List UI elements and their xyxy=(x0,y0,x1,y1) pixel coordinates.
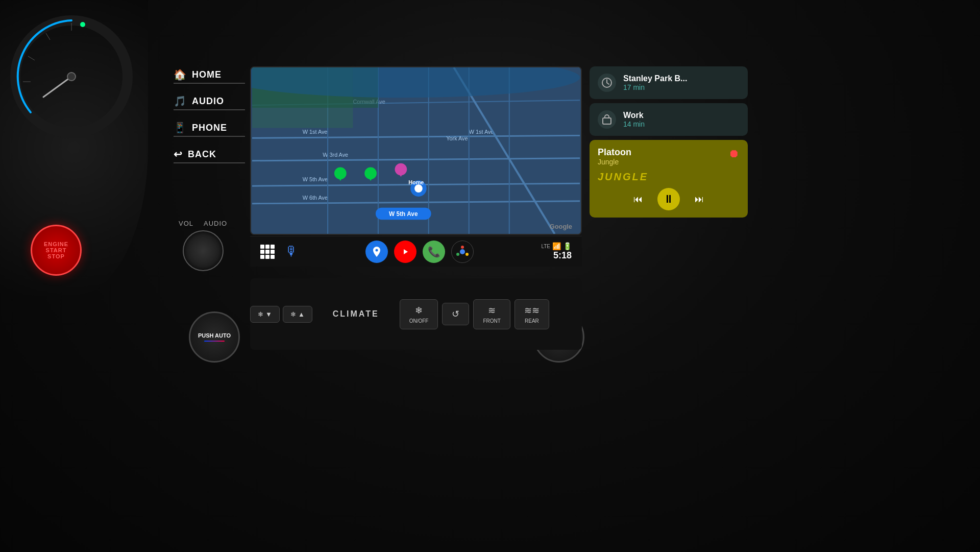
nav-audio[interactable]: 🎵 AUDIO xyxy=(174,93,245,110)
fan-controls: ❄ ▼ ❄ ▲ xyxy=(250,306,312,323)
ac-label: ON/OFF xyxy=(409,318,429,324)
stanley-park-name: Stanley Park B... xyxy=(623,74,740,83)
engine-start-button[interactable]: ENGINE START STOP xyxy=(31,225,82,276)
nav-phone[interactable]: 📱 PHONE xyxy=(174,119,245,137)
svg-point-49 xyxy=(456,253,459,256)
front-label: FRONT xyxy=(483,318,500,324)
next-track-button[interactable]: ⏭ xyxy=(688,188,710,210)
front-defrost-icon: ≋ xyxy=(488,305,496,316)
microphone-button[interactable]: 🎙 xyxy=(285,244,298,259)
nav-home-label: HOME xyxy=(192,69,222,80)
svg-point-47 xyxy=(461,246,464,249)
nav-audio-label: AUDIO xyxy=(192,96,224,107)
taskbar: 🎙 📞 xyxy=(250,236,582,267)
fan-up-button[interactable]: ❄ ▲ xyxy=(283,306,312,323)
back-icon: ↩ xyxy=(174,148,183,160)
svg-text:Google: Google xyxy=(550,223,572,230)
stanley-park-card[interactable]: Stanley Park B... 17 min xyxy=(590,66,748,99)
vol-knob[interactable] xyxy=(183,230,224,271)
recirculate-button[interactable]: ↺ xyxy=(442,303,469,325)
push-auto-dial-area: PUSH AUTO xyxy=(189,311,240,363)
taskbar-center: 📞 xyxy=(365,241,474,263)
fan-icon: ❄ xyxy=(258,310,263,318)
youtube-app-button[interactable] xyxy=(394,241,416,263)
record-icon: ⏺ xyxy=(728,147,740,160)
vol-label: VOL xyxy=(179,220,193,227)
front-defrost-button[interactable]: ≋ FRONT xyxy=(473,299,510,329)
fan-down-button[interactable]: ❄ ▼ xyxy=(250,306,280,323)
svg-line-3 xyxy=(28,56,35,60)
battery-icon: 🔋 xyxy=(563,242,572,250)
svg-text:W 1st Ave: W 1st Ave xyxy=(469,129,494,135)
svg-text:W 1st Ave: W 1st Ave xyxy=(303,129,328,135)
signal-bars: 📶 xyxy=(552,242,561,250)
artist-logo: JUNGLE xyxy=(598,171,740,183)
svg-text:W 5th Ave: W 5th Ave xyxy=(303,176,328,182)
music-card[interactable]: Platoon Jungle ⏺ JUNGLE ⏮ ⏸ ⏭ xyxy=(590,140,748,218)
rear-label: REAR xyxy=(525,318,539,324)
climate-buttons: ❄ ON/OFF ↺ ≋ FRONT ≋≋ REAR xyxy=(400,299,549,329)
fan-up-arrow: ▲ xyxy=(298,310,305,318)
rear-defrost-button[interactable]: ≋≋ REAR xyxy=(514,299,549,329)
vol-labels: VOL AUDIO xyxy=(179,220,227,227)
engine-label-1: ENGINE xyxy=(44,241,68,247)
nav-home[interactable]: 🏠 HOME xyxy=(174,66,245,84)
map-area[interactable]: Cornwall Ave W 1st Ave W 1st Ave W 3rd A… xyxy=(251,67,581,234)
ac-icon: ❄ xyxy=(415,305,423,316)
taskbar-right: LTE 📶 🔋 5:18 xyxy=(541,242,572,261)
phone-icon: 📱 xyxy=(174,122,187,134)
pause-button[interactable]: ⏸ xyxy=(657,188,680,210)
volume-area: VOL AUDIO xyxy=(179,220,227,271)
svg-line-2 xyxy=(46,33,50,40)
fan-up-indicator: ❄ xyxy=(290,310,296,318)
svg-text:Home: Home xyxy=(408,179,424,185)
climate-area: ❄ ▼ ❄ ▲ CLIMATE ❄ ON/OFF ↺ ≋ FRONT xyxy=(250,278,582,350)
signal-indicator: LTE 📶 🔋 xyxy=(541,242,572,250)
music-header: Platoon Jungle ⏺ xyxy=(598,147,740,169)
song-label: Platoon xyxy=(598,147,631,158)
audio-label: AUDIO xyxy=(204,220,227,227)
engine-label-3: STOP xyxy=(47,253,65,259)
stanley-park-icon xyxy=(598,74,616,92)
phone-app-button[interactable]: 📞 xyxy=(423,241,445,263)
rear-defrost-icon: ≋≋ xyxy=(524,305,540,316)
gauge-svg xyxy=(5,10,138,143)
svg-point-46 xyxy=(460,249,465,254)
svg-text:York Ave: York Ave xyxy=(446,135,468,141)
google-assistant-button[interactable] xyxy=(451,241,474,263)
nav-phone-label: PHONE xyxy=(192,123,227,133)
work-icon xyxy=(598,110,616,129)
dial-push-label: PUSH AUTO xyxy=(198,332,231,339)
maps-app-button[interactable] xyxy=(365,241,388,263)
work-name: Work xyxy=(623,111,740,120)
svg-point-7 xyxy=(67,73,76,81)
nav-back-label: BACK xyxy=(188,149,216,160)
lte-badge: LTE xyxy=(541,244,550,249)
infotainment-screen: Cornwall Ave W 1st Ave W 1st Ave W 3rd A… xyxy=(250,66,582,235)
audio-icon: 🎵 xyxy=(174,95,187,107)
clock: 5:18 xyxy=(553,250,572,261)
work-card[interactable]: Work 14 min xyxy=(590,103,748,136)
svg-point-39 xyxy=(414,184,423,193)
ac-on-off-button[interactable]: ❄ ON/OFF xyxy=(400,299,438,329)
work-time: 14 min xyxy=(623,120,740,128)
work-info: Work 14 min xyxy=(623,111,740,128)
prev-track-button[interactable]: ⏮ xyxy=(627,188,649,210)
right-panel: Stanley Park B... 17 min Work 14 min Pla… xyxy=(590,66,748,218)
temp-indicator xyxy=(204,341,225,342)
push-auto-dial[interactable]: PUSH AUTO xyxy=(189,311,240,363)
artist-label: Jungle xyxy=(598,158,631,166)
engine-label-2: START xyxy=(46,247,67,253)
stanley-park-time: 17 min xyxy=(623,83,740,91)
apps-grid-button[interactable] xyxy=(260,245,275,259)
svg-text:W 6th Ave: W 6th Ave xyxy=(303,195,328,201)
fan-down-icon: ▼ xyxy=(265,310,272,318)
svg-marker-45 xyxy=(404,249,408,254)
svg-text:W 5th Ave: W 5th Ave xyxy=(389,210,418,218)
taskbar-left: 🎙 xyxy=(260,244,298,259)
music-song-title: Platoon Jungle xyxy=(598,147,631,169)
side-navigation: 🏠 HOME 🎵 AUDIO 📱 PHONE ↩ BACK xyxy=(174,66,245,163)
svg-point-48 xyxy=(465,253,469,256)
climate-label: CLIMATE xyxy=(333,309,379,319)
nav-back[interactable]: ↩ BACK xyxy=(174,146,245,163)
